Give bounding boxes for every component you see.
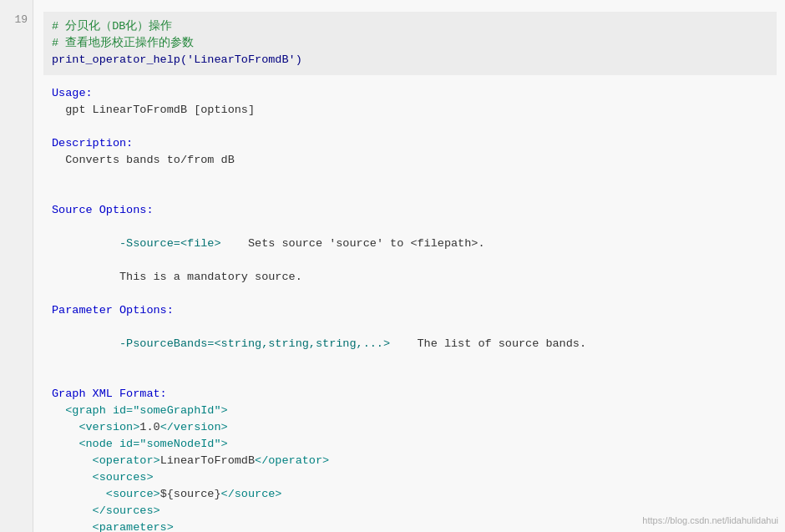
parameter-desc: The list of source bands. [390, 337, 586, 350]
watermark: https://blog.csdn.net/lidahulidahui [642, 515, 778, 525]
description-label: Description: [52, 135, 768, 152]
xml-line-2: <version>1.0</version> [52, 419, 768, 436]
parameter-option-line: -PsourceBands=<string,string,string,...>… [52, 319, 768, 369]
line-number-19: 19 [14, 12, 28, 28]
source-desc1: Sets source 'source' to <filepath>. [221, 237, 485, 250]
output-section: Usage: gpt LinearToFromdB [options] Desc… [43, 85, 777, 532]
description-value: Converts bands to/from dB [52, 152, 768, 169]
xml-line-6: <source>${source}</source> [52, 486, 768, 503]
comment-line-2: # 查看地形校正操作的参数 [52, 35, 768, 52]
xml-line-4: <operator>LinearToFromdB</operator> [52, 453, 768, 469]
source-option: -Ssource=<file> [106, 237, 221, 250]
usage-value: gpt LinearToFromdB [options] [52, 102, 768, 119]
usage-label: Usage: [52, 85, 768, 102]
xml-line-1: <graph id="someGraphId"> [52, 403, 768, 419]
code-line: print_operator_help('LinearToFromdB') [52, 52, 768, 68]
xml-line-5: <sources> [52, 469, 768, 486]
parameter-option: -PsourceBands=<string,string,string,...> [106, 337, 390, 350]
line-numbers: 19 [0, 0, 33, 532]
xml-line-3: <node id="someNodeId"> [52, 436, 768, 453]
content-area: # 分贝化（DB化）操作 # 查看地形校正操作的参数 print_operato… [35, 0, 785, 532]
comment-line-1: # 分贝化（DB化）操作 [52, 18, 768, 35]
code-block: # 分贝化（DB化）操作 # 查看地形校正操作的参数 print_operato… [43, 12, 777, 75]
source-option-line: -Ssource=<file> Sets source 'source' to … [52, 219, 768, 269]
source-label: Source Options: [52, 202, 768, 219]
source-desc2: This is a mandatory source. [52, 269, 768, 286]
main-container: 19 # 分贝化（DB化）操作 # 查看地形校正操作的参数 print_oper… [0, 0, 785, 532]
graphxml-label: Graph XML Format: [52, 386, 768, 403]
parameter-label: Parameter Options: [52, 302, 768, 319]
